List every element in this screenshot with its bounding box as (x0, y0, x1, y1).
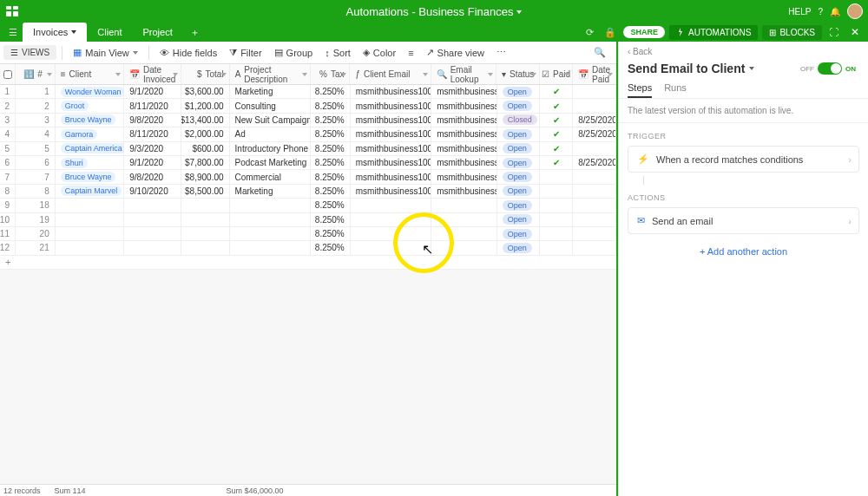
cell-client[interactable] (56, 241, 125, 254)
cell-num[interactable]: 19 (16, 213, 56, 226)
col-header-date-paid[interactable]: 📅 Date Paid (573, 64, 616, 84)
automation-title[interactable]: Send Email to Client (628, 62, 754, 75)
cell-date-invoiced[interactable]: 9/8/2020 (124, 170, 181, 183)
cell-tax[interactable]: 8.250% (311, 185, 351, 198)
menu-icon[interactable]: ☰ (3, 27, 23, 38)
back-button[interactable]: ‹ Back (619, 42, 868, 58)
cell-total[interactable]: $1,200.00 (181, 99, 230, 112)
action-card[interactable]: ✉ Send an email › (628, 207, 859, 234)
cell-tax[interactable]: 8.250% (311, 127, 351, 140)
cell-status[interactable]: Open (497, 227, 541, 240)
cell-num[interactable]: 6 (16, 156, 56, 169)
cell-email-lookup[interactable]: msmithbusiness100@… (431, 170, 497, 183)
cell-total[interactable]: $7,800.00 (181, 156, 230, 169)
cell-client-email[interactable]: msmithbusiness100@gmail… (351, 156, 431, 169)
history-icon[interactable]: ⟳ (582, 27, 597, 38)
cell-paid[interactable] (540, 185, 573, 198)
avatar[interactable] (847, 3, 863, 19)
tab-project[interactable]: Project (132, 23, 182, 42)
cell-email-lookup[interactable]: msmithbusiness100@… (431, 185, 497, 198)
cell-tax[interactable]: 8.250% (311, 85, 351, 98)
cell-status[interactable]: Open (497, 213, 541, 226)
cell-date-invoiced[interactable] (124, 227, 181, 240)
cell-num[interactable]: 8 (16, 185, 56, 198)
table-row[interactable]: 2 2 Groot 8/11/2020 $1,200.00 Consulting… (0, 99, 616, 113)
cell-tax[interactable]: 8.250% (311, 213, 351, 226)
table-row[interactable]: 6 6 Shuri 9/1/2020 $7,800.00 Podcast Mar… (0, 156, 616, 170)
cell-description[interactable]: New Suit Campaign (230, 114, 311, 127)
col-header-paid[interactable]: ☑ Paid (540, 64, 573, 84)
cell-paid[interactable] (540, 199, 573, 212)
cell-status[interactable]: Open (497, 199, 541, 212)
cell-status[interactable]: Open (497, 156, 541, 169)
cell-description[interactable]: Consulting (230, 99, 311, 112)
cell-date-paid[interactable] (573, 213, 616, 226)
tab-steps[interactable]: Steps (628, 79, 652, 98)
cell-client-email[interactable] (351, 227, 431, 240)
cell-paid[interactable] (540, 227, 573, 240)
cell-status[interactable]: Open (497, 185, 541, 198)
cell-client-email[interactable]: msmithbusiness100@gmail… (351, 114, 431, 127)
cell-status[interactable]: Open (497, 170, 541, 183)
cell-email-lookup[interactable]: msmithbusiness100@… (431, 114, 497, 127)
cell-email-lookup[interactable] (431, 199, 497, 212)
cell-description[interactable] (230, 241, 311, 254)
share-view-button[interactable]: ↗ Share view (421, 44, 490, 61)
cell-client-email[interactable]: msmithbusiness100@gmail… (351, 127, 431, 140)
cell-status[interactable]: Open (497, 85, 541, 98)
cell-date-invoiced[interactable] (124, 213, 181, 226)
cell-date-paid[interactable] (573, 227, 616, 240)
table-row[interactable]: 3 3 Bruce Wayne 9/8/2020 $13,400.00 New … (0, 114, 616, 127)
cell-client[interactable]: Captain America (56, 142, 125, 155)
cell-paid[interactable]: ✔ (540, 142, 573, 155)
col-header-date-invoiced[interactable]: 📅 Date Invoiced (124, 64, 181, 84)
table-row[interactable]: 5 5 Captain America 9/3/2020 $600.00 Int… (0, 142, 616, 156)
more-button[interactable]: ⋯ (491, 44, 511, 61)
cell-num[interactable]: 5 (16, 142, 56, 155)
cell-email-lookup[interactable] (431, 213, 497, 226)
help-icon[interactable]: ? (818, 7, 823, 16)
cell-num[interactable]: 1 (16, 85, 56, 98)
cell-total[interactable]: $13,400.00 (181, 114, 230, 127)
views-button[interactable]: ☰ VIEWS (3, 45, 56, 60)
cell-date-paid[interactable] (573, 99, 616, 112)
table-row[interactable]: 10 19 8.250% Open (0, 213, 616, 227)
cell-email-lookup[interactable]: msmithbusiness100@… (431, 85, 497, 98)
cell-date-paid[interactable]: 8/25/2020 (573, 114, 616, 127)
col-header-client[interactable]: ≡ Client (56, 64, 124, 84)
cell-tax[interactable]: 8.250% (311, 199, 351, 212)
table-row[interactable]: 9 18 8.250% Open (0, 199, 616, 212)
cell-date-invoiced[interactable]: 9/8/2020 (124, 114, 181, 127)
tab-client[interactable]: Client (87, 23, 132, 42)
table-row[interactable]: 11 20 8.250% Open (0, 227, 616, 241)
col-header-description[interactable]: A Project Description (230, 64, 311, 84)
hide-fields-button[interactable]: 👁 Hide fields (155, 45, 222, 61)
table-row[interactable]: 1 1 Wonder Woman 9/1/2020 $3,600.00 Mark… (0, 85, 616, 99)
cell-client-email[interactable]: msmithbusiness100@gmail… (351, 85, 431, 98)
automations-button[interactable]: AUTOMATIONS (669, 25, 758, 40)
cell-client[interactable]: Shuri (56, 156, 125, 169)
cell-client[interactable] (56, 213, 125, 226)
cell-client[interactable]: Wonder Woman (56, 85, 125, 98)
trigger-card[interactable]: ⚡ When a record matches conditions › (628, 146, 859, 173)
add-tab-button[interactable]: ＋ (183, 26, 207, 39)
cell-tax[interactable]: 8.250% (311, 156, 351, 169)
blocks-button[interactable]: ⊞ BLOCKS (762, 25, 822, 40)
cell-date-paid[interactable] (573, 170, 616, 183)
cell-client-email[interactable] (351, 241, 431, 254)
cell-date-invoiced[interactable]: 9/1/2020 (124, 156, 181, 169)
cell-tax[interactable]: 8.250% (311, 241, 351, 254)
cell-email-lookup[interactable] (431, 241, 497, 254)
cell-num[interactable]: 21 (16, 241, 56, 254)
expand-icon[interactable]: ⛶ (825, 27, 842, 37)
cell-status[interactable]: Closed (497, 114, 541, 127)
cell-date-invoiced[interactable]: 9/10/2020 (124, 185, 181, 198)
cell-client-email[interactable] (351, 213, 431, 226)
col-header-client-email[interactable]: ƒ Client Email (350, 64, 431, 84)
help-link[interactable]: HELP (788, 7, 811, 16)
row-height-button[interactable]: ≡ (403, 45, 418, 61)
cell-email-lookup[interactable]: msmithbusiness100@… (431, 142, 497, 155)
cell-paid[interactable]: ✔ (540, 156, 573, 169)
cell-client-email[interactable]: msmithbusiness100@gmail… (351, 170, 431, 183)
cell-date-invoiced[interactable]: 8/11/2020 (124, 99, 181, 112)
